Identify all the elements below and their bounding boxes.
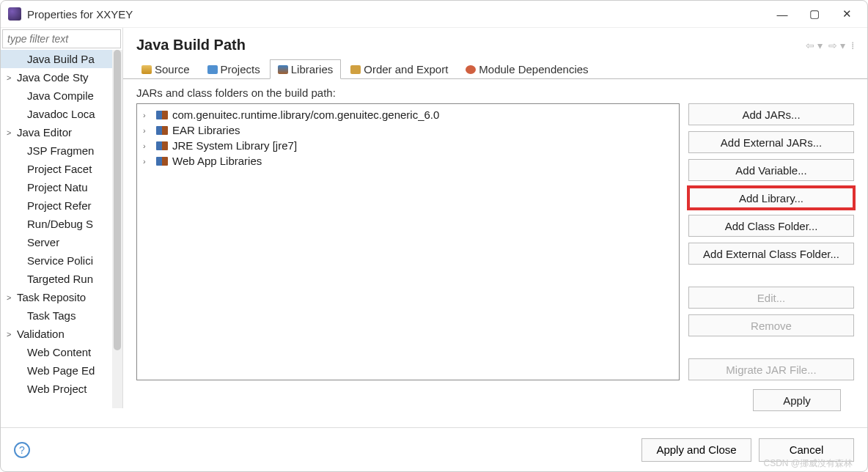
library-item[interactable]: ›com.genuitec.runtime.library/com.genuit… <box>137 107 679 122</box>
expander-icon[interactable]: > <box>7 128 17 137</box>
tree-item[interactable]: >Java Editor <box>1 123 122 141</box>
tree-item[interactable]: JSP Fragmen <box>1 141 122 160</box>
tree-item-label: Java Editor <box>17 126 72 139</box>
expander-icon[interactable]: › <box>143 111 152 119</box>
tab-label: Projects <box>221 63 260 75</box>
footer: ? Apply and Close Cancel <box>1 427 867 471</box>
tree-item-label: Java Compile <box>27 89 94 102</box>
tab-label: Source <box>155 63 190 75</box>
library-icon <box>156 157 168 166</box>
tab-libraries[interactable]: Libraries <box>270 59 342 79</box>
edit-button: Edit... <box>688 287 854 309</box>
tabs: SourceProjectsLibrariesOrder and ExportM… <box>123 59 867 79</box>
tree-item[interactable]: Project Refer <box>1 196 122 215</box>
category-tree: Java Build Pa>Java Code StyJava CompileJ… <box>1 50 122 408</box>
tree-item-label: JSP Fragmen <box>27 144 94 157</box>
library-label: com.genuitec.runtime.library/com.genuite… <box>172 108 439 121</box>
tree-item[interactable]: Service Polici <box>1 251 122 270</box>
app-icon <box>8 7 21 21</box>
menu-icon[interactable]: ⁞ <box>851 40 854 51</box>
tree-item[interactable]: Project Facet <box>1 160 122 178</box>
library-label: JRE System Library [jre7] <box>172 139 297 152</box>
prj-icon <box>207 65 218 74</box>
tree-item-label: Validation <box>17 328 65 340</box>
window-title: Properties for XXYEY <box>27 8 776 21</box>
tree-item-label: Java Code Sty <box>17 71 89 84</box>
tree-item[interactable]: Web Project <box>1 380 122 398</box>
tree-item-label: Project Natu <box>27 181 88 193</box>
tree-item-label: Task Tags <box>27 309 76 322</box>
help-icon[interactable]: ? <box>14 442 30 458</box>
tree-item-label: Web Page Ed <box>27 364 95 377</box>
expander-icon[interactable]: > <box>7 330 17 339</box>
remove-button: Remove <box>688 314 854 336</box>
tree-item[interactable]: Java Compile <box>1 86 122 105</box>
tree-item-label: Web Content <box>27 346 91 358</box>
tree-item-label: Java Build Pa <box>27 53 95 65</box>
library-label: Web App Libraries <box>172 155 262 167</box>
mod-icon <box>466 65 476 74</box>
tab-source[interactable]: Source <box>133 59 198 79</box>
add-variable-button[interactable]: Add Variable... <box>688 159 854 181</box>
tree-item[interactable]: >Validation <box>1 325 122 343</box>
tree-item[interactable]: Project Natu <box>1 178 122 196</box>
library-label: EAR Libraries <box>172 124 240 136</box>
tree-item[interactable]: Run/Debug S <box>1 215 122 233</box>
tab-module-dependencies[interactable]: Module Dependencies <box>457 59 596 79</box>
header-nav: ⇦ ▾ ⇨ ▾ ⁞ <box>806 40 854 51</box>
tree-item[interactable]: Task Tags <box>1 306 122 325</box>
library-icon <box>156 141 168 150</box>
expander-icon[interactable]: › <box>143 126 152 135</box>
expander-icon[interactable]: > <box>7 293 17 302</box>
tree-item[interactable]: Web Content <box>1 343 122 361</box>
tree-item[interactable]: Java Build Pa <box>1 50 122 68</box>
tree-item[interactable]: Server <box>1 233 122 251</box>
tab-label: Libraries <box>291 63 334 75</box>
maximize-button[interactable]: ▢ <box>809 8 820 20</box>
src-icon <box>141 65 152 74</box>
page-title: Java Build Path <box>136 37 806 54</box>
apply-button[interactable]: Apply <box>753 389 841 411</box>
tab-label: Module Dependencies <box>479 63 588 75</box>
tree-item-label: Javadoc Loca <box>27 108 95 120</box>
watermark: CSDN @挪威沒有森林 <box>763 457 853 470</box>
libraries-tree[interactable]: ›com.genuitec.runtime.library/com.genuit… <box>136 103 680 380</box>
tree-item-label: Run/Debug S <box>27 218 93 230</box>
add-external-class-folder-button[interactable]: Add External Class Folder... <box>688 243 854 265</box>
tree-scrollbar[interactable] <box>112 50 122 408</box>
library-icon <box>156 126 168 135</box>
expander-icon[interactable]: › <box>143 157 152 166</box>
back-icon[interactable]: ⇦ ▾ <box>806 40 823 51</box>
library-item[interactable]: ›Web App Libraries <box>137 153 679 169</box>
library-item[interactable]: ›JRE System Library [jre7] <box>137 138 679 153</box>
add-jars-button[interactable]: Add JARs... <box>688 103 854 125</box>
apply-and-close-button[interactable]: Apply and Close <box>641 438 751 462</box>
tab-order-and-export[interactable]: Order and Export <box>342 59 456 79</box>
library-icon <box>156 111 168 119</box>
add-class-folder-button[interactable]: Add Class Folder... <box>688 215 854 237</box>
expander-icon[interactable]: > <box>7 73 17 82</box>
minimize-button[interactable]: — <box>776 8 788 20</box>
filter-input[interactable] <box>2 29 121 48</box>
tree-item[interactable]: Web Page Ed <box>1 361 122 380</box>
tree-item[interactable]: >Task Reposito <box>1 288 122 306</box>
ord-icon <box>350 65 361 74</box>
migrate-jar-button: Migrate JAR File... <box>688 358 854 380</box>
tree-item[interactable]: Javadoc Loca <box>1 105 122 123</box>
add-library-button[interactable]: Add Library... <box>688 187 854 209</box>
tree-item-label: Project Refer <box>27 199 92 212</box>
tree-item[interactable]: >Java Code Sty <box>1 68 122 86</box>
add-external-jars-button[interactable]: Add External JARs... <box>688 131 854 153</box>
tree-item[interactable]: Targeted Run <box>1 270 122 288</box>
tree-item-label: Server <box>27 236 59 248</box>
tab-projects[interactable]: Projects <box>199 59 268 79</box>
forward-icon[interactable]: ⇨ ▾ <box>828 40 845 51</box>
tree-item-label: Targeted Run <box>27 273 93 285</box>
close-button[interactable]: ✕ <box>841 8 853 20</box>
sidebar: Java Build Pa>Java Code StyJava CompileJ… <box>1 28 123 408</box>
tree-item-label: Task Reposito <box>17 291 86 303</box>
titlebar: Properties for XXYEY — ▢ ✕ <box>1 1 867 27</box>
library-item[interactable]: ›EAR Libraries <box>137 122 679 138</box>
expander-icon[interactable]: › <box>143 141 152 150</box>
tree-item-label: Web Project <box>27 383 87 395</box>
